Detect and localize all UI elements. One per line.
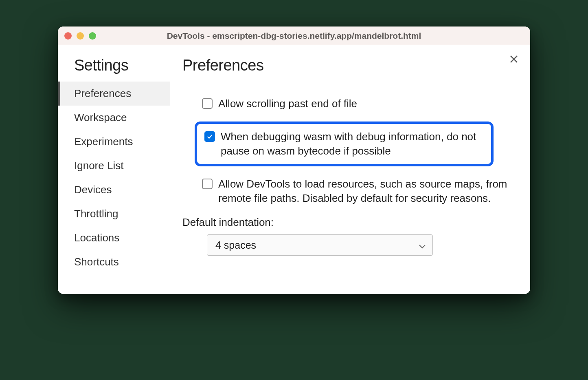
option-label: Allow DevTools to load resources, such a… <box>218 177 514 205</box>
maximize-window-button[interactable] <box>89 32 96 40</box>
checkbox-allow-scroll-past-eof[interactable] <box>202 98 213 109</box>
close-settings-button[interactable] <box>509 54 519 66</box>
checkbox-wasm-no-pause[interactable] <box>204 131 215 142</box>
sidebar-item-workspace[interactable]: Workspace <box>58 106 170 130</box>
sidebar-item-shortcuts[interactable]: Shortcuts <box>58 250 170 274</box>
close-window-button[interactable] <box>64 32 72 40</box>
option-allow-scroll-past-eof[interactable]: Allow scrolling past end of file <box>202 97 514 111</box>
titlebar: DevTools - emscripten-dbg-stories.netlif… <box>58 27 530 45</box>
minimize-window-button[interactable] <box>77 32 84 40</box>
checkmark-icon <box>206 133 213 140</box>
option-allow-remote-file-paths[interactable]: Allow DevTools to load resources, such a… <box>202 177 514 205</box>
sidebar-item-label: Locations <box>74 232 119 244</box>
indentation-select[interactable]: 4 spaces <box>207 234 433 256</box>
sidebar-item-label: Ignore List <box>74 159 123 172</box>
sidebar-item-throttling[interactable]: Throttling <box>58 202 170 226</box>
checkbox-allow-remote-file-paths[interactable] <box>202 179 213 189</box>
option-label: When debugging wasm with debug informati… <box>221 130 484 158</box>
sidebar-item-locations[interactable]: Locations <box>58 226 170 250</box>
sidebar-item-label: Preferences <box>74 87 131 99</box>
sidebar-item-devices[interactable]: Devices <box>58 178 170 202</box>
sidebar-item-label: Workspace <box>74 111 127 124</box>
indentation-value: 4 spaces <box>215 239 256 251</box>
sidebar-item-label: Experiments <box>74 135 133 148</box>
panel-title: Preferences <box>182 57 514 85</box>
content-area: Settings Preferences Workspace Experimen… <box>58 45 530 294</box>
sidebar-item-preferences[interactable]: Preferences <box>58 82 170 106</box>
settings-sidebar: Settings Preferences Workspace Experimen… <box>58 45 170 294</box>
window-title: DevTools - emscripten-dbg-stories.netlif… <box>58 31 530 41</box>
preferences-panel: Preferences Allow scrolling past end of … <box>170 45 530 294</box>
indentation-label: Default indentation: <box>182 216 514 229</box>
sidebar-item-label: Devices <box>74 183 112 196</box>
sidebar-title: Settings <box>58 57 170 82</box>
traffic-lights <box>64 32 96 40</box>
devtools-window: DevTools - emscripten-dbg-stories.netlif… <box>58 27 530 294</box>
option-label: Allow scrolling past end of file <box>218 97 357 111</box>
sidebar-item-ignore-list[interactable]: Ignore List <box>58 154 170 178</box>
sidebar-item-experiments[interactable]: Experiments <box>58 130 170 154</box>
option-wasm-no-pause[interactable]: When debugging wasm with debug informati… <box>195 122 494 166</box>
dropdown-caret-icon <box>419 239 426 251</box>
sidebar-item-label: Throttling <box>74 208 118 220</box>
sidebar-item-label: Shortcuts <box>74 256 119 268</box>
